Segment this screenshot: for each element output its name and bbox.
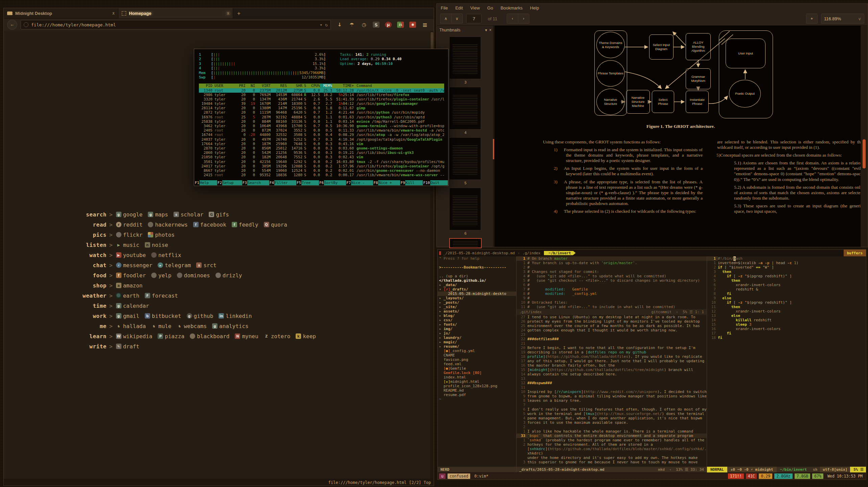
ublock-icon[interactable]: µ [385,22,392,28]
homepage-link-github[interactable]: ggithub [187,313,213,319]
tree-item[interactable]: README.md [438,388,516,393]
fkey-F9[interactable]: F9Kill [400,180,423,185]
counter-badge-icon[interactable]: 21 [397,22,404,28]
fkey-F7[interactable]: F7Nice - [346,180,373,185]
tree-item[interactable]: favicon.png [438,357,516,362]
reload-icon[interactable]: ↻ [325,22,328,27]
homepage-link-zotero[interactable]: Zzotero [264,333,291,340]
process-row[interactable]: 2860tyler200542M212569536S0.00.30:19.21/… [199,150,444,155]
homepage-link-netflix[interactable]: netflix [151,252,181,258]
tree-item[interactable]: ▸ fonts/ [438,322,516,327]
page-down-button[interactable]: ∨ [451,14,463,24]
tab-invert-active[interactable]: ~/b/invert [544,251,576,255]
homepage-link-forecast[interactable]: Fforecast [145,293,178,299]
process-row[interactable]: 17664tyler200187M259607648S0.00.30:43.16… [199,142,444,146]
menu-go[interactable]: Go [487,5,493,10]
homepage-link-drizly[interactable]: drizly [215,272,242,279]
zoom-fit-button[interactable]: ⌖ [806,14,818,24]
url-dropdown-icon[interactable]: ▾ [320,22,322,27]
history-back-button[interactable]: ‹ [507,14,518,24]
thumbnail-page-4[interactable]: 4 [449,87,482,135]
homepage-link-webcams[interactable]: ♞webcams [177,323,207,329]
tree-item[interactable]: 2015-05-28-midnight-deskto [438,292,516,296]
fkey-F8[interactable]: F8Nice + [373,180,400,185]
tree-item[interactable]: ▸ _layouts/ [438,296,516,300]
process-row[interactable]: 2870tyler200856M2501214716S0.00.30:03.60… [199,146,444,150]
sidebar-caret-icon[interactable]: ▾ [485,28,487,32]
process-row[interactable]: 19484tyler39191670M214M18300S0.72.71h04:… [199,101,444,106]
url-field[interactable]: file:///home/tyler/homepage.html ▾ ↻ [21,20,331,29]
homepage-link-messenger[interactable]: ⚡messenger [116,262,153,269]
homepage-link-noise[interactable]: nnoise [145,242,168,248]
homepage-link-yelp[interactable]: yelp [151,272,172,279]
thumbnail-page-3[interactable]: 3 [449,37,482,85]
history-forward-button[interactable]: › [518,14,529,24]
homepage-link-srct[interactable]: ssrct [196,262,216,269]
sidebar-close-icon[interactable]: × [489,28,492,32]
process-row[interactable]: 16976root255287M9219248884S0.01.10:01.63… [199,115,444,119]
page-number-input[interactable]: 7 [466,14,482,23]
tree-item[interactable]: CNAME [438,353,516,357]
process-row[interactable]: 28114tyler2001380M147M25196S0.01.80:11.6… [199,106,444,110]
homepage-link-earth[interactable]: earth [116,293,139,299]
tree-item[interactable]: feed.xml [438,362,516,366]
menu-bookmarks[interactable]: Bookmarks [501,5,523,10]
process-row[interactable]: 3501tyler20042156196401292S0.00.216:03.8… [199,160,444,164]
thumbnail-page-5[interactable]: 5 [449,137,482,186]
homepage-link-hallada[interactable]: ♞hallada [116,323,146,329]
process-row[interactable]: 8667tyler200554M1906012524S0.00.20:02.01… [199,168,444,173]
tree-item[interactable]: ▸ resume/ [438,344,516,349]
tree-item[interactable]: ▸ _posts/ [438,300,516,305]
homepage-link-google[interactable]: ggoogle [116,211,143,218]
tab-git-index[interactable]: .g/index [523,251,541,255]
homepage-link-music[interactable]: ▶music [116,242,139,248]
process-row[interactable]: 2405root200872M370243552S0.00.50:11.33/u… [199,128,444,133]
homepage-link-foodler[interactable]: ffoodler [116,272,146,279]
process-row[interactable]: 25838tyler200884M8816033136S0.01.10:03.1… [199,119,444,124]
fkey-F10[interactable]: F10Quit [423,180,448,185]
tree-item[interactable]: ▸ assets/ [438,309,516,314]
process-row[interactable]: 21050tyler200182M206487552S0.00.30:02.43… [199,155,444,159]
homepage-link-wikipedia[interactable]: Wwikipedia [116,333,153,340]
tree-item[interactable]: profile_icon_128x128.png [438,384,516,388]
s-extension-icon[interactable]: S [373,22,380,28]
pdf-scrollbar[interactable] [861,26,868,247]
homepage-link-keep[interactable]: kkeep [296,333,316,340]
tree-item[interactable]: index.html [438,375,516,379]
homepage-link-dominoes[interactable]: dominoes [177,272,210,279]
page-up-button[interactable]: ∧ [440,14,452,24]
homepage-link-feedly[interactable]: ffeedly [232,222,258,228]
homepage-link-analytics[interactable]: ganalytics [212,323,249,329]
clock-icon[interactable]: ◷ [361,21,367,28]
process-row[interactable]: 2986tyler2007692M1453M60864R12.518.25h25… [199,93,444,97]
homepage-link-scholar[interactable]: sscholar [174,211,203,218]
homepage-link-mule[interactable]: ♞mule [151,323,172,329]
homepage-link-bitbucket[interactable]: bbitbucket [145,313,181,319]
tree-item[interactable]: resume.pdf [438,393,516,397]
homepage-link-hackernews[interactable]: hackernews [148,222,187,228]
homepage-link-gmail[interactable]: ggmail [116,313,139,319]
sidebar-scrollbar[interactable] [493,26,494,247]
menu-icon[interactable]: ≡ [421,21,428,28]
homepage-link-amazon[interactable]: aamazon [116,282,143,289]
homepage-link-calendar[interactable]: gcalendar [116,303,149,309]
download-icon[interactable]: ↓ [336,21,343,28]
tree-item[interactable]: ▸ laundry/ [438,335,516,340]
thumbnail-current-page[interactable] [449,238,482,248]
process-table-header[interactable]: PIDUSERPRINIVIRTRESSHRSCPU%MEM%TIME+Comm… [199,84,444,88]
tab-markdown[interactable]: _/2015-05-28-midnight-desktop.md [443,251,515,255]
menu-file[interactable]: File [441,5,448,10]
menu-edit[interactable]: Edit [455,5,463,10]
process-row[interactable]: 3320tyler2001347M436M21744S2.65.551:41.5… [199,97,444,101]
fkey-F5[interactable]: F5Tree [296,180,319,185]
thumbnail-page-6[interactable]: 6 [449,188,482,236]
menu-view[interactable]: View [470,5,480,10]
asterisk-icon[interactable]: ✱ [409,22,416,28]
process-row[interactable]: 16744root0-2044800325323508S0.00.40:08.2… [199,133,444,137]
process-row[interactable]: 2872tyler2001115M964686420S0.71.24:21.44… [199,110,444,115]
fkey-F1[interactable]: F1Help [195,180,217,185]
back-button[interactable]: ← [7,20,17,30]
tree-item[interactable]: Gemfile.lock [RO] [438,371,516,375]
sidebar-title[interactable]: Thumbnails [439,28,483,32]
homepage-link-facebook[interactable]: ffacebook [193,222,226,228]
